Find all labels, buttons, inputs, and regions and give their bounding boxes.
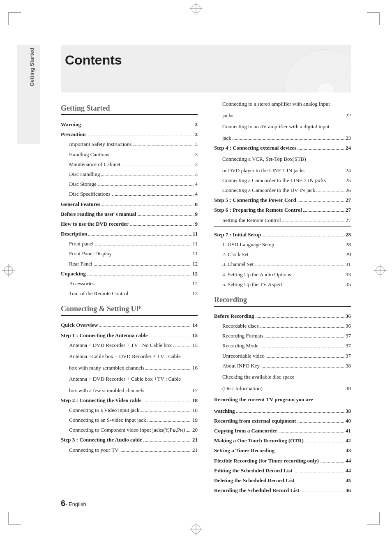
toc-leader: [233, 139, 344, 140]
section-rule: [61, 114, 198, 115]
toc-leader: [111, 156, 194, 156]
toc-entry: Disc Handling3: [61, 171, 198, 178]
toc-entry-page: 3: [195, 161, 198, 168]
section-rule: [214, 306, 351, 307]
toc-leader: [256, 317, 344, 318]
side-tab-label: Getting Started: [29, 48, 35, 86]
toc-entry-page: 3: [195, 131, 198, 138]
toc-entry-page: 3: [195, 141, 198, 148]
toc-entry-page: 18: [192, 407, 198, 414]
toc-entry: Editing the Scheduled Record List44: [214, 467, 351, 474]
crop-mark-bl: [8, 512, 21, 525]
toc-leader: [141, 412, 191, 412]
toc-entry-label: Flexible Recording (for Timer recording …: [214, 457, 319, 465]
toc-leader: [316, 192, 344, 192]
toc-leader: [143, 441, 191, 442]
toc-leader: [133, 146, 194, 146]
sub-rule: [214, 227, 351, 227]
toc-entry-label: watching: [214, 407, 235, 415]
page-body: Contents Getting StartedWarning2Precauti…: [61, 45, 351, 508]
toc-entry-label: Connecting a Camcorder to the DV IN jack: [222, 187, 315, 194]
toc-entry-page: 37: [346, 332, 351, 340]
toc-entry-page: 23: [346, 134, 351, 142]
toc-entry: How to use the DVD recorder9: [61, 220, 198, 228]
toc-entry: Step 1 : Connecting the Antenna cable15: [61, 332, 198, 339]
toc-leader: [305, 442, 344, 442]
toc-leader: [129, 295, 191, 295]
toc-entry: Precaution3: [61, 131, 198, 138]
toc-entry-label: Deleting the Scheduled Record List: [214, 477, 295, 484]
toc-leader: [294, 472, 344, 472]
toc-entry-page: 12: [192, 260, 198, 268]
toc-entry-continuation: Antenna + DVD Recorder + Cable box +TV :…: [61, 374, 198, 384]
toc-leader: [260, 327, 344, 328]
toc-entry-page: 35: [346, 281, 351, 288]
toc-entry-label: Setting the Remote Control: [222, 217, 281, 224]
toc-entry-label: Maintenance of Cabinet: [69, 161, 120, 168]
toc-entry: General Features8: [61, 201, 198, 208]
toc-entry-label: box with a few scrambled channels: [69, 387, 144, 394]
toc-entry: Recording the Scheduled Record List46: [214, 487, 351, 494]
toc-entry: or DVD player to the LINE 1 IN jacks24: [214, 167, 351, 174]
toc-entry: Tour of the Remote Control13: [61, 290, 198, 297]
toc-entry-page: 11: [192, 250, 198, 257]
toc-entry-page: 21: [192, 446, 198, 454]
toc-entry: Connecting to your TV21: [61, 446, 198, 454]
toc-entry: Important Safety Instructions3: [61, 141, 198, 148]
toc-entry: Accessories12: [61, 280, 198, 287]
toc-entry-page: 42: [346, 437, 351, 444]
toc-leader: [147, 421, 191, 422]
toc-leader: [327, 182, 344, 182]
page-title: Contents: [65, 53, 122, 68]
toc-entry-page: 11: [193, 230, 198, 238]
toc-entry: Step 4 : Connecting external devices24: [214, 144, 351, 152]
toc-entry-page: 8: [195, 201, 198, 208]
toc-entry-page: 3: [195, 151, 198, 158]
toc-entry-label: Connecting to a Video input jack: [69, 407, 139, 414]
toc-entry: Recording from external equipment40: [214, 417, 351, 425]
toc-entry: Flexible Recording (for Timer recording …: [214, 457, 351, 465]
toc-entry-page: 4: [195, 180, 198, 188]
toc-leader: [145, 369, 191, 370]
toc-entry: Recording Mode37: [214, 342, 351, 349]
toc-entry-continuation: Antenna +Cable box + DVD Recorder + TV :…: [61, 351, 198, 362]
footer-sep: -: [65, 501, 69, 507]
registration-mark-left: [4, 266, 13, 275]
toc-leader: [236, 412, 344, 413]
toc-leader: [264, 390, 344, 390]
toc-leader: [279, 432, 344, 432]
crop-mark-tr: [367, 12, 380, 25]
toc-entry: jack23: [214, 134, 351, 142]
footer-language: English: [69, 501, 86, 507]
toc-entry-label: Rear Panel: [69, 260, 92, 268]
toc-entry-page: 36: [346, 322, 351, 330]
toc-entry-label: 4. Setting Up the Audio Options: [222, 271, 291, 278]
toc-entry: Rear Panel12: [61, 260, 198, 268]
toc-entry-page: 22: [346, 112, 351, 119]
toc-entry-label: Connecting a Camcorder to the LINE 2 IN …: [222, 177, 326, 184]
toc-entry: jacks22: [214, 112, 351, 119]
toc-entry-page: 26: [346, 187, 351, 194]
header-band: Contents: [61, 45, 351, 92]
toc-entry-label: Description: [61, 230, 87, 238]
toc-entry: Connecting to an S-video input jack19: [61, 416, 198, 424]
toc-entry-page: 24: [346, 167, 351, 174]
toc-entry-page: 27: [346, 206, 351, 214]
toc-entry-page: 38: [346, 385, 351, 392]
toc-entry-label: Recordable discs: [222, 322, 258, 330]
toc-entry-page: 37: [346, 342, 351, 349]
toc-entry-page: 13: [192, 290, 198, 297]
toc-leader: [255, 266, 344, 266]
toc-leader: [276, 452, 344, 452]
toc-entry-page: 33: [346, 271, 351, 278]
toc-entry: Warning2: [61, 121, 198, 128]
crop-mark-br: [367, 512, 380, 525]
toc-entry-page: 11: [192, 240, 198, 247]
toc-entry-label: Step 5 : Connecting the Power Cord: [214, 197, 296, 204]
toc-entry-page: 24: [346, 144, 351, 152]
disc-art-icon: [284, 49, 351, 92]
toc-entry-label: Step 7 : Initial Setup: [214, 231, 261, 238]
toc-entry: 3. Channel Set31: [214, 261, 351, 268]
toc-entry-page: 14: [192, 321, 198, 329]
toc-entry-label: Important Safety Instructions: [69, 141, 131, 148]
